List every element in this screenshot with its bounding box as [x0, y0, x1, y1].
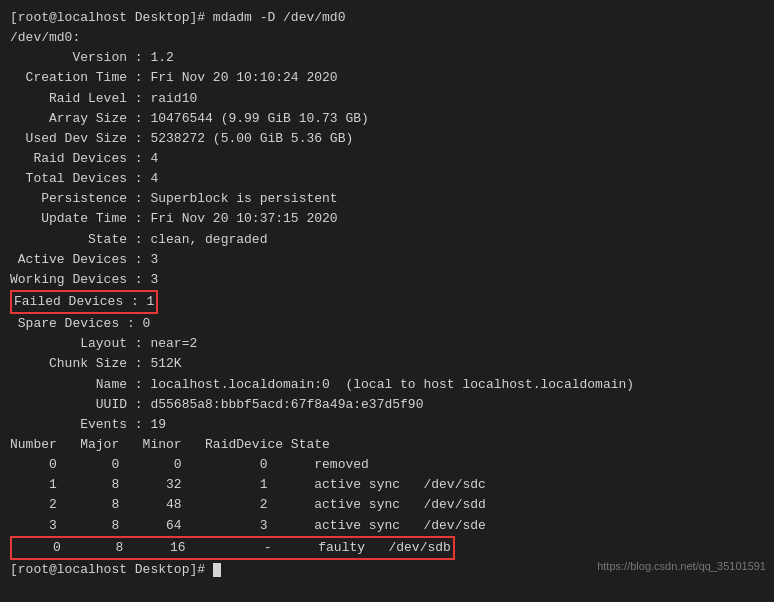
faulty-device-row: 0 8 16 - faulty /dev/sdb: [10, 536, 764, 560]
terminal-line-creation: Creation Time : Fri Nov 20 10:10:24 2020: [10, 68, 764, 88]
terminal-line-persistence: Persistence : Superblock is persistent: [10, 189, 764, 209]
terminal-line-used_dev: Used Dev Size : 5238272 (5.00 GiB 5.36 G…: [10, 129, 764, 149]
terminal-line-row1: 1 8 32 1 active sync /dev/sdc: [10, 475, 764, 495]
terminal-line-name: Name : localhost.localdomain:0 (local to…: [10, 375, 764, 395]
terminal-line-raid_level: Raid Level : raid10: [10, 89, 764, 109]
failed-devices-line: Failed Devices : 1: [10, 290, 764, 314]
terminal-line-row3: 3 8 64 3 active sync /dev/sde: [10, 516, 764, 536]
terminal-line-working_dev: Working Devices : 3: [10, 270, 764, 290]
terminal-line-layout: Layout : near=2: [10, 334, 764, 354]
terminal-line-row0: 0 0 0 0 removed: [10, 455, 764, 475]
terminal-line-spare_dev: Spare Devices : 0: [10, 314, 764, 334]
terminal-line-cmd: [root@localhost Desktop]# mdadm -D /dev/…: [10, 8, 764, 28]
terminal-line-state: State : clean, degraded: [10, 230, 764, 250]
watermark: https://blog.csdn.net/qq_35101591: [597, 560, 766, 572]
terminal-line-version: Version : 1.2: [10, 48, 764, 68]
terminal-line-dev: /dev/md0:: [10, 28, 764, 48]
terminal-window: [root@localhost Desktop]# mdadm -D /dev/…: [0, 0, 774, 602]
terminal-line-total_dev: Total Devices : 4: [10, 169, 764, 189]
terminal-line-chunk_size: Chunk Size : 512K: [10, 354, 764, 374]
cursor: [213, 563, 221, 577]
terminal-line-active_dev: Active Devices : 3: [10, 250, 764, 270]
terminal-line-array_size: Array Size : 10476544 (9.99 GiB 10.73 GB…: [10, 109, 764, 129]
terminal-line-events: Events : 19: [10, 415, 764, 435]
terminal-line-update_time: Update Time : Fri Nov 20 10:37:15 2020: [10, 209, 764, 229]
terminal-line-uuid: UUID : d55685a8:bbbf5acd:67f8a49a:e37d5f…: [10, 395, 764, 415]
terminal-line-table_header: Number Major Minor RaidDevice State: [10, 435, 764, 455]
terminal-line-row2: 2 8 48 2 active sync /dev/sdd: [10, 495, 764, 515]
terminal-line-raid_dev: Raid Devices : 4: [10, 149, 764, 169]
